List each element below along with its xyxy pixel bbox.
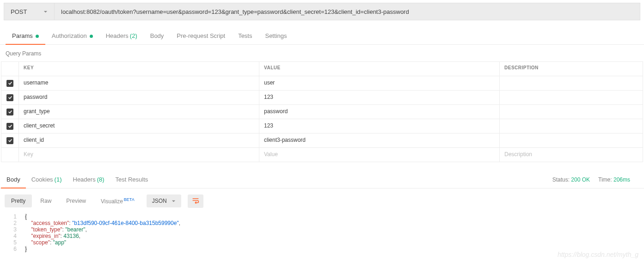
wrap-icon — [192, 197, 199, 204]
col-description: DESCRIPTION — [500, 62, 643, 76]
param-value-placeholder[interactable]: Value — [259, 148, 500, 162]
resp-tab-cookies[interactable]: Cookies(1) — [26, 171, 67, 188]
params-table: KEY VALUE DESCRIPTION username user pass… — [1, 61, 643, 162]
time-value: 206ms — [613, 176, 630, 183]
tab-headers[interactable]: Headers(2) — [99, 28, 144, 44]
row-checkbox[interactable] — [6, 80, 13, 87]
param-key[interactable]: client_secret — [19, 119, 259, 133]
body-toolbar: Pretty Raw Preview VisualizeBETA JSON — [0, 188, 644, 213]
status-code: 200 OK — [571, 176, 590, 183]
view-pretty-button[interactable]: Pretty — [5, 194, 32, 207]
param-description-placeholder[interactable]: Description — [500, 148, 643, 162]
response-status: Status: 200 OK Time: 206ms — [552, 176, 644, 183]
param-key-placeholder[interactable]: Key — [19, 148, 259, 162]
tab-settings[interactable]: Settings — [258, 28, 293, 44]
tab-params[interactable]: Params — [6, 28, 45, 44]
request-tabs: Params Authorization Headers(2) Body Pre… — [0, 28, 644, 45]
method-dropdown[interactable]: POST — [4, 3, 55, 20]
tab-body[interactable]: Body — [144, 28, 171, 44]
param-value[interactable]: user — [259, 76, 500, 90]
view-preview-button[interactable]: Preview — [60, 194, 92, 207]
table-row: client_secret 123 — [1, 119, 643, 134]
url-input[interactable] — [55, 3, 640, 20]
tab-authorization[interactable]: Authorization — [45, 28, 99, 44]
row-checkbox[interactable] — [6, 109, 13, 115]
param-key[interactable]: client_id — [19, 134, 259, 147]
param-description[interactable] — [500, 76, 643, 90]
param-key[interactable]: grant_type — [19, 105, 259, 119]
table-header: KEY VALUE DESCRIPTION — [1, 62, 643, 76]
table-row: password 123 — [1, 91, 643, 105]
view-raw-button[interactable]: Raw — [34, 194, 58, 207]
col-value: VALUE — [259, 62, 500, 76]
resp-tab-test-results[interactable]: Test Results — [110, 171, 154, 188]
param-description[interactable] — [500, 91, 643, 104]
param-value[interactable]: 123 — [259, 119, 500, 133]
response-tabs: Body Cookies(1) Headers(8) Test Results … — [0, 171, 644, 188]
beta-badge: BETA — [124, 197, 135, 202]
param-value[interactable]: 123 — [259, 91, 500, 104]
method-value: POST — [11, 8, 27, 15]
resp-tab-headers[interactable]: Headers(8) — [67, 171, 110, 188]
param-description[interactable] — [500, 105, 643, 119]
param-key[interactable]: password — [19, 91, 259, 104]
table-row: grant_type password — [1, 105, 643, 119]
param-value[interactable]: client3-password — [259, 134, 500, 147]
active-dot-icon — [90, 35, 93, 38]
resp-tab-body[interactable]: Body — [1, 171, 26, 188]
view-visualize-button[interactable]: VisualizeBETA — [94, 194, 141, 208]
tab-tests[interactable]: Tests — [232, 28, 258, 44]
param-key[interactable]: username — [19, 76, 259, 90]
row-checkbox[interactable] — [6, 137, 13, 144]
watermark: https://blog.csdn.net/myth_g — [558, 251, 638, 258]
table-row: client_id client3-password — [1, 134, 643, 148]
row-checkbox[interactable] — [6, 94, 13, 101]
row-checkbox[interactable] — [6, 123, 13, 130]
col-key: KEY — [19, 62, 259, 76]
table-row: username user — [1, 76, 643, 91]
param-description[interactable] — [500, 119, 643, 133]
wrap-lines-button[interactable] — [188, 194, 203, 208]
response-body[interactable]: 1{ 2 "access_token": "b13df590-09cf-461e… — [0, 213, 644, 261]
chevron-down-icon — [43, 10, 48, 14]
section-title: Query Params — [0, 45, 644, 61]
param-description[interactable] — [500, 134, 643, 147]
format-dropdown[interactable]: JSON — [147, 194, 181, 207]
table-row-empty: Key Value Description — [1, 148, 643, 162]
param-value[interactable]: password — [259, 105, 500, 119]
tab-prerequest[interactable]: Pre-request Script — [170, 28, 232, 44]
chevron-down-icon — [172, 199, 176, 203]
active-dot-icon — [36, 35, 39, 38]
